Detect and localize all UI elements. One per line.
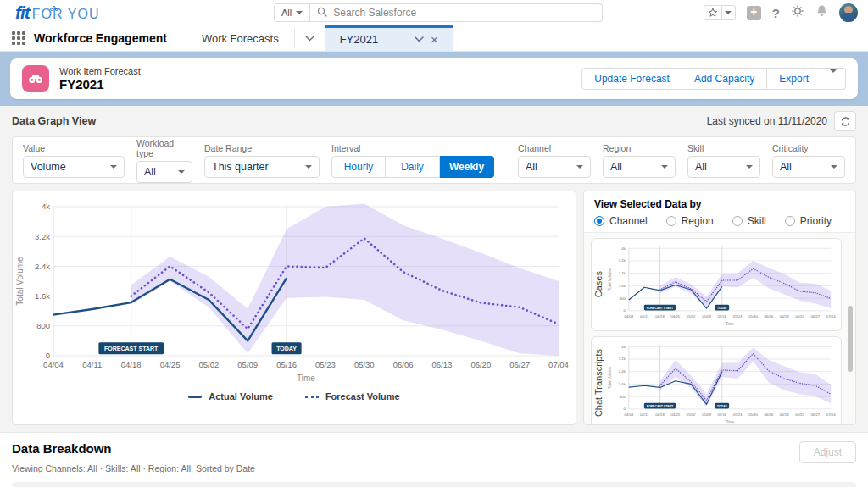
tab-fy2021-active[interactable]: FY2021 × xyxy=(325,25,453,51)
x-tick-label: 04/25 xyxy=(670,412,680,417)
setup-gear-icon[interactable] xyxy=(791,4,804,21)
favorites-caret-icon[interactable] xyxy=(722,5,736,20)
x-tick-label: 05/30 xyxy=(748,412,758,417)
y-tick-label: 0 xyxy=(623,407,626,411)
interval-hourly-button[interactable]: Hourly xyxy=(331,156,386,178)
date-range-select[interactable]: This quarter xyxy=(204,156,320,178)
breakdown-title: Data Breakdown xyxy=(12,441,856,456)
x-tick-label: 04/11 xyxy=(82,360,102,369)
radio-label: Priority xyxy=(800,215,832,227)
y-tick-label: 4k xyxy=(42,202,50,211)
refresh-sync-icon[interactable] xyxy=(834,111,856,131)
main-content: Data Graph View Last synced on 11/11/202… xyxy=(0,106,868,425)
search-field-container xyxy=(310,3,603,22)
radio-region[interactable]: Region xyxy=(666,215,714,227)
x-tick-label: 04/04 xyxy=(624,314,633,318)
user-avatar[interactable] xyxy=(839,3,858,22)
caret-down-icon xyxy=(661,165,668,169)
dotted-line-swatch xyxy=(305,396,319,398)
radio-priority[interactable]: Priority xyxy=(785,215,832,227)
filter-label: Workload type xyxy=(136,138,192,158)
page-title: FY2021 xyxy=(59,77,141,91)
x-tick-label: 04/11 xyxy=(640,412,649,417)
caret-down-icon xyxy=(296,11,303,14)
help-icon[interactable]: ? xyxy=(772,6,780,20)
radio-channel[interactable]: Channel xyxy=(594,215,648,227)
favorites-star-icon[interactable] xyxy=(704,5,722,20)
x-tick-label: 06/13 xyxy=(432,360,453,369)
filter-label: Channel xyxy=(518,143,591,153)
y-tick-label: 3.2k xyxy=(619,258,626,263)
chat-transcripts-chart-card: Chat Transcripts 08001.6k2.4k3.2k4k04/04… xyxy=(591,336,842,424)
update-forecast-button[interactable]: Update Forecast xyxy=(581,68,682,90)
x-tick-label: 05/16 xyxy=(276,360,297,369)
adjust-button[interactable]: Adjust xyxy=(799,441,856,463)
close-tab-icon[interactable]: × xyxy=(431,33,438,46)
export-button[interactable]: Export xyxy=(767,68,821,90)
filter-date-range: Date Range This quarter xyxy=(204,143,320,178)
search-scope-select[interactable]: All xyxy=(274,3,310,22)
search-scope-value: All xyxy=(281,8,292,18)
y-tick-label: 2.4k xyxy=(619,271,626,275)
interval-weekly-button[interactable]: Weekly xyxy=(440,156,494,178)
workload-type-select[interactable]: All xyxy=(136,161,192,183)
tab-actions-chevron-icon[interactable] xyxy=(415,36,424,42)
panel-scrollbar[interactable] xyxy=(848,306,853,372)
x-tick-label: 05/23 xyxy=(315,360,336,369)
volume-forecast-chart-card: 08001.6k2.4k3.2k4k04/0404/1104/1804/2505… xyxy=(12,191,576,425)
page-header-banner: Work Item Forecast FY2021 Update Forecas… xyxy=(0,52,868,106)
scooter-icon xyxy=(50,0,58,14)
y-axis-title: Total Volume xyxy=(15,257,25,306)
x-tick-label: 07/04 xyxy=(826,412,836,417)
region-select[interactable]: All xyxy=(603,156,676,178)
skill-select[interactable]: All xyxy=(687,156,760,178)
chart-annotation-label: FORECAST START xyxy=(647,307,674,310)
select-value: All xyxy=(610,161,622,173)
y-tick-label: 3.2k xyxy=(619,357,626,361)
x-tick-label: 05/02 xyxy=(198,360,219,369)
select-value: All xyxy=(526,161,537,173)
y-tick-label: 2.4k xyxy=(619,369,626,374)
x-tick-label: 06/13 xyxy=(780,314,789,318)
legend-actual-volume: Actual Volume xyxy=(188,391,273,401)
x-tick-label: 06/20 xyxy=(795,412,804,417)
filter-toolbar: Value Volume Workload type All Date Rang… xyxy=(12,136,856,184)
filter-criticality: Criticality All xyxy=(772,143,845,178)
filter-region: Region All xyxy=(603,143,676,178)
favorites-button-group xyxy=(704,5,736,20)
app-launcher-icon[interactable] xyxy=(12,31,25,45)
x-tick-label: 06/20 xyxy=(795,314,804,318)
brand-logo[interactable]: fit FOR YOU xyxy=(15,3,99,23)
cases-chart-card: Cases 08001.6k2.4k3.2k4k04/0404/1104/180… xyxy=(591,238,842,331)
caret-down-icon xyxy=(831,165,837,169)
tab-dropdown-chevron-icon[interactable] xyxy=(295,25,325,51)
search-input[interactable] xyxy=(333,7,595,19)
header-action-buttons: Update Forecast Add Capacity Export xyxy=(581,68,846,90)
channel-select[interactable]: All xyxy=(518,156,591,178)
radio-label: Channel xyxy=(609,215,648,227)
cases-chart: 08001.6k2.4k3.2k4k04/0404/1104/1804/2505… xyxy=(607,242,839,327)
notifications-bell-icon[interactable] xyxy=(815,4,828,21)
criticality-select[interactable]: All xyxy=(772,156,845,178)
filter-label: Region xyxy=(603,143,676,153)
forecast-binoculars-icon xyxy=(22,65,49,92)
add-capacity-button[interactable]: Add Capacity xyxy=(682,68,767,90)
value-select[interactable]: Volume xyxy=(23,156,125,178)
volume-forecast-chart: 08001.6k2.4k3.2k4k04/0404/1104/1804/2505… xyxy=(14,196,570,383)
add-icon[interactable]: + xyxy=(747,6,761,20)
y-tick-label: 1.6k xyxy=(35,291,50,301)
interval-segmented-control: Hourly Daily Weekly xyxy=(331,156,494,178)
x-tick-label: 06/06 xyxy=(764,412,773,417)
chat-transcripts-chart: 08001.6k2.4k3.2k4k04/0404/1104/1804/2505… xyxy=(607,340,839,424)
x-tick-label: 04/25 xyxy=(670,314,680,318)
x-tick-label: 05/02 xyxy=(687,412,696,417)
interval-daily-button[interactable]: Daily xyxy=(386,156,440,178)
more-actions-caret-button[interactable] xyxy=(821,68,846,90)
app-name[interactable]: Workforce Engagement xyxy=(34,31,167,45)
y-tick-label: 2.4k xyxy=(35,262,50,271)
filter-label: Date Range xyxy=(204,143,320,153)
x-tick-label: 06/27 xyxy=(509,360,530,369)
tab-work-forecasts[interactable]: Work Forecasts xyxy=(186,25,294,51)
radio-skill[interactable]: Skill xyxy=(732,215,766,227)
x-tick-label: 05/30 xyxy=(354,360,375,369)
